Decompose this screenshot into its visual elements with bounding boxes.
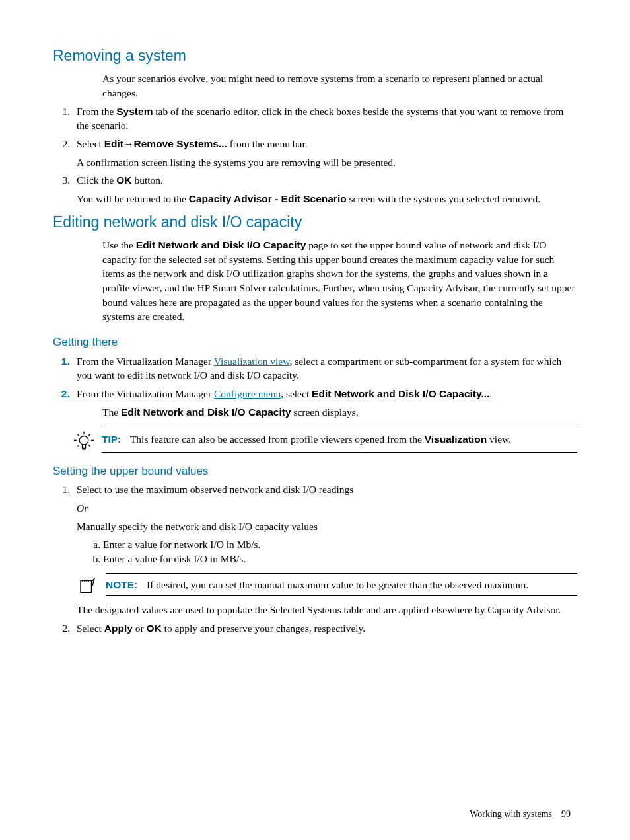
intro-removing: As your scenarios evolve, you might need…: [102, 71, 577, 100]
heading-setting-upper: Setting the upper bound values: [53, 463, 577, 479]
step-3: Click the OK button. You will be returne…: [73, 173, 577, 206]
tip-callout: TIP: This feature can also be accessed f…: [73, 428, 577, 453]
note-icon: [77, 573, 106, 597]
svg-line-7: [88, 445, 90, 447]
intro-editing: Use the Edit Network and Disk I/O Capaci…: [102, 238, 577, 324]
svg-line-4: [78, 434, 80, 436]
svg-rect-10: [81, 580, 92, 592]
gt-display-text: The Edit Network and Disk I/O Capacity s…: [102, 405, 577, 420]
heading-getting-there: Getting there: [53, 334, 577, 350]
svg-line-6: [78, 445, 80, 447]
footer: Working with systems 99: [53, 808, 577, 821]
tip-label: TIP:: [102, 434, 121, 445]
gt-step-2: From the Virtualization Manager Configur…: [73, 387, 577, 401]
footer-section: Working with systems: [470, 809, 552, 819]
steps-setting: Select to use the maximum observed netwo…: [53, 482, 577, 636]
configure-menu-link[interactable]: Configure menu: [214, 388, 281, 399]
substep-b: Enter a value for disk I/O in MB/s.: [103, 552, 577, 566]
note-callout: NOTE: If desired, you can set the manual…: [77, 573, 577, 597]
lightbulb-icon: [73, 428, 102, 453]
substep-a: Enter a value for network I/O in Mb/s.: [103, 537, 577, 552]
heading-removing-system: Removing a system: [53, 45, 577, 66]
step-2: Select Edit→Remove Systems... from the m…: [73, 137, 577, 169]
visualization-view-link[interactable]: Visualization view: [214, 356, 290, 367]
svg-point-0: [79, 436, 88, 445]
set-step-2: Select Apply or OK to apply and preserve…: [73, 621, 577, 636]
steps-getting-there: From the Virtualization Manager Visualiz…: [53, 354, 577, 401]
note-label: NOTE:: [106, 579, 137, 590]
steps-removing: From the System tab of the scenario edit…: [53, 104, 577, 206]
svg-line-5: [88, 434, 90, 436]
gt-step-1: From the Virtualization Manager Visualiz…: [73, 354, 577, 383]
svg-rect-8: [82, 445, 85, 448]
substeps: Enter a value for network I/O in Mb/s. E…: [77, 537, 577, 566]
step-1: From the System tab of the scenario edit…: [73, 104, 577, 133]
heading-editing-io: Editing network and disk I/O capacity: [53, 211, 577, 233]
page-number: 99: [561, 809, 571, 819]
set-step-1: Select to use the maximum observed netwo…: [73, 482, 577, 617]
